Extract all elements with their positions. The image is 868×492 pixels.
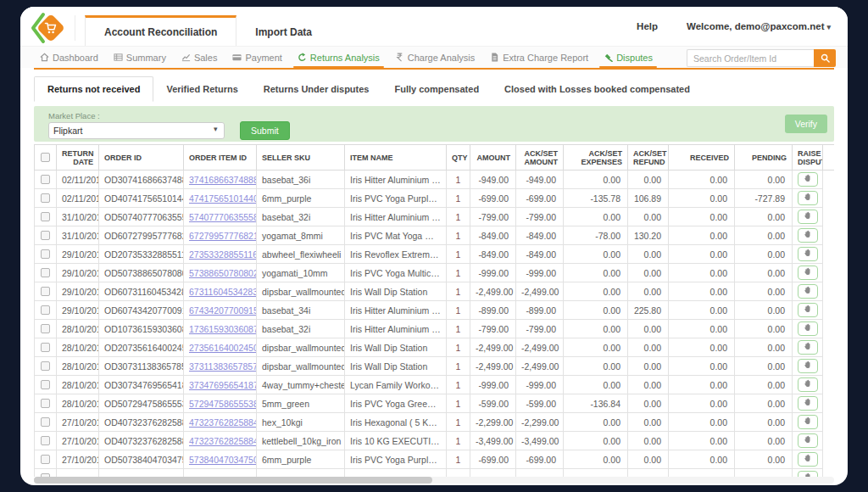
raise-dispute-button[interactable] (798, 396, 818, 411)
raise-dispute-button[interactable] (798, 359, 818, 373)
raise-dispute-button[interactable] (798, 415, 818, 429)
row-checkbox-cell (35, 376, 57, 394)
order-item-id-link[interactable]: 5740777063555800 (189, 212, 257, 222)
row-checkbox[interactable] (41, 361, 50, 371)
order-item-id-link[interactable]: 4732376282588400 (189, 417, 257, 428)
select-all-checkbox[interactable] (41, 153, 50, 162)
ack-set-amount-cell: -799.00 (516, 208, 564, 226)
ack-set-expenses-cell: -135.78 (564, 189, 628, 208)
user-menu[interactable]: Welcome, demo@paxcom.net▾ (687, 21, 831, 31)
amount-cell (470, 469, 516, 478)
order-item-id-link[interactable]: 2735332885511600 (189, 249, 257, 260)
order-item-id-link[interactable]: 1736159303608700 (189, 324, 257, 334)
raise-dispute-cell (793, 338, 823, 357)
row-checkbox[interactable] (41, 287, 50, 296)
nav-item-disputes[interactable]: Disputes (596, 47, 660, 68)
order-item-id-link[interactable]: 5738865078080200 (189, 268, 257, 278)
received-cell: 0.00 (669, 413, 735, 432)
nav-item-returns-analysis[interactable]: Returns Analysis (290, 47, 387, 68)
app-window: Account ReconciliationImport Data Help W… (20, 7, 848, 485)
nav-item-label: Disputes (616, 53, 653, 63)
order-item-id-link[interactable]: 4732376282588401 (189, 436, 257, 446)
subtab-verified-returns[interactable]: Verified Returns (153, 76, 250, 102)
row-checkbox[interactable] (41, 231, 50, 240)
subtab-returns-under-disputes[interactable]: Returns Under disputes (251, 76, 382, 102)
chevron-down-icon: ▾ (826, 23, 831, 31)
raise-dispute-button[interactable] (798, 303, 818, 317)
order-item-id-link[interactable]: 5729475865553800 (189, 399, 257, 409)
table-right-gutter (823, 413, 835, 432)
returns-table: RETURN DATEORDER IDORDER ITEM IDSELLER S… (34, 144, 834, 477)
order-item-id-cell: 6727995777682100 (184, 226, 257, 245)
app-tab-import-data[interactable]: Import Data (236, 15, 331, 46)
order-item-id-link[interactable]: 4741756510144000 (189, 193, 257, 204)
order-item-id-link[interactable]: 6731160453428300 (189, 287, 257, 297)
row-checkbox[interactable] (41, 380, 50, 389)
row-checkbox[interactable] (41, 455, 50, 464)
raise-dispute-button[interactable] (798, 471, 818, 477)
verify-button[interactable]: Verify (785, 115, 827, 133)
ack-set-refund-cell: 0.00 (628, 394, 669, 413)
seller-sku-cell: basebat_32i (257, 208, 345, 226)
nav-item-charge-analysis[interactable]: Charge Analysis (387, 47, 483, 68)
raise-dispute-button[interactable] (798, 247, 818, 261)
row-checkbox[interactable] (41, 305, 50, 315)
order-item-id-link[interactable]: 6727995777682100 (189, 231, 257, 241)
raise-dispute-button[interactable] (798, 284, 818, 299)
raise-dispute-button[interactable] (798, 172, 818, 187)
search-group (687, 49, 836, 67)
search-button[interactable] (814, 49, 836, 67)
row-checkbox[interactable] (41, 249, 50, 259)
order-item-id-link[interactable]: 6743420770091500 (189, 305, 257, 316)
divider (75, 15, 75, 41)
help-link[interactable]: Help (637, 21, 658, 31)
raise-dispute-button[interactable] (798, 210, 818, 224)
row-checkbox[interactable] (41, 175, 50, 184)
seller-sku-cell: 4way_tummy+chestexpander (257, 376, 345, 394)
row-checkbox[interactable] (41, 436, 50, 445)
raise-dispute-button[interactable] (798, 433, 818, 448)
raise-dispute-button[interactable] (798, 452, 818, 467)
order-item-id-link[interactable]: 3731138365785700 (189, 361, 257, 372)
nav-item-dashboard[interactable]: Dashboard (32, 47, 106, 68)
order-item-id-cell: 2735332885511600 (184, 245, 257, 264)
row-checkbox[interactable] (41, 324, 50, 333)
received-cell (669, 469, 735, 478)
received-cell: 0.00 (669, 189, 735, 208)
hand-icon (803, 397, 813, 410)
nav-item-extra-charge-report[interactable]: Extra Charge Report (482, 47, 596, 68)
order-item-id-link[interactable]: 3741686637488800 (189, 175, 257, 185)
raise-dispute-button[interactable] (798, 191, 818, 205)
raise-dispute-button[interactable] (798, 321, 818, 336)
ack-set-expenses-cell: 0.00 (564, 413, 628, 432)
raise-dispute-button[interactable] (798, 228, 818, 243)
order-item-id-link[interactable]: 3734769565418700 (189, 380, 257, 390)
raise-dispute-button[interactable] (798, 377, 818, 392)
marketplace-label: Market Place : (48, 111, 100, 120)
order-item-id-link[interactable]: 2735616400245000 (189, 343, 257, 353)
chart-icon (181, 53, 191, 62)
app-tab-account-reconciliation[interactable]: Account Reconciliation (85, 15, 236, 46)
nav-item-sales[interactable]: Sales (174, 47, 225, 68)
row-checkbox[interactable] (41, 399, 50, 408)
row-checkbox[interactable] (41, 268, 50, 277)
scrollbar-thumb[interactable] (34, 477, 432, 484)
row-checkbox[interactable] (41, 212, 50, 221)
raise-dispute-button[interactable] (798, 340, 818, 355)
ack-set-expenses-cell: 0.00 (564, 357, 628, 376)
order-item-id-link[interactable]: 5738404703475000 (189, 455, 257, 465)
subtab-fully-compensated[interactable]: Fully compensated (381, 76, 492, 102)
search-input[interactable] (687, 49, 814, 67)
marketplace-select[interactable]: Flipkart (48, 122, 225, 139)
row-checkbox[interactable] (41, 343, 50, 352)
submit-button[interactable]: Submit (240, 121, 290, 140)
row-checkbox[interactable] (41, 417, 50, 427)
order-item-id-cell: 5738865078080200 (184, 264, 257, 282)
subtab-closed-with-losses-booked-compensated[interactable]: Closed with Losses booked compensated (492, 76, 703, 102)
nav-item-summary[interactable]: Summary (106, 47, 174, 68)
column-header-return-date: RETURN DATE (57, 145, 99, 171)
subtab-returns-not-received[interactable]: Returns not received (34, 76, 153, 102)
raise-dispute-button[interactable] (798, 266, 818, 280)
row-checkbox[interactable] (41, 193, 50, 203)
nav-item-payment[interactable]: Payment (225, 47, 289, 68)
